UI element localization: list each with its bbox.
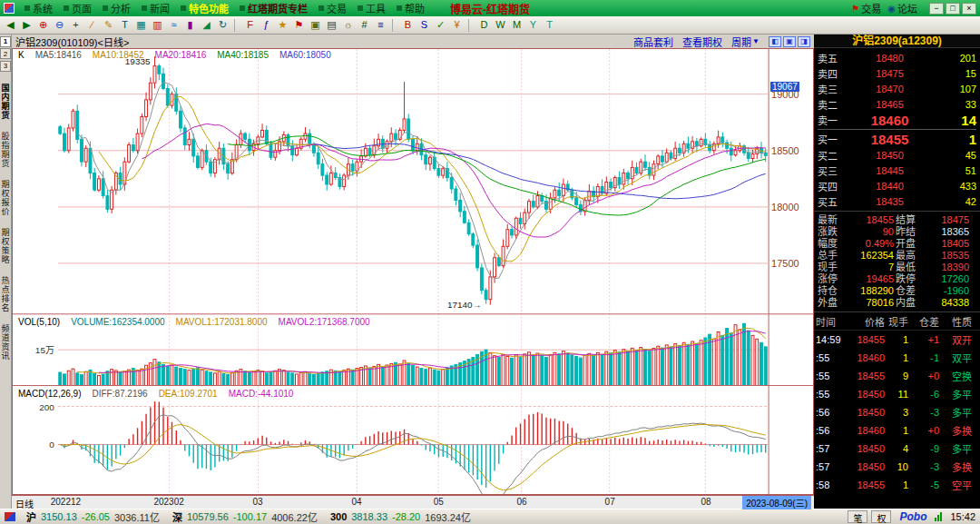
bid-row-3[interactable]: 买三1844551 [818, 163, 976, 178]
ask-row-3[interactable]: 卖三18470107 [818, 81, 976, 96]
chart-element [721, 335, 724, 385]
period-day-icon[interactable]: D [476, 18, 492, 33]
settings-icon[interactable]: ☼ [340, 18, 356, 33]
area-chart-icon[interactable]: ◢ [199, 18, 214, 33]
sidebar-tab-4[interactable]: 期权策略 [0, 228, 12, 264]
menu-item-5[interactable]: 特色功能 [175, 0, 234, 16]
date-badge: 2023-08-09(三) [742, 496, 811, 509]
sidebar-tab-2[interactable]: 股指期货 [0, 132, 12, 168]
index-quote-3[interactable]: 3003818.33-28.201693.24亿 [330, 509, 471, 524]
star-icon[interactable]: ★ [275, 18, 290, 33]
ask-row-1[interactable]: 卖一1846014 [818, 112, 976, 128]
tick-row: :56184601+0多换 [814, 421, 980, 440]
menu-item-3[interactable]: 分析 [97, 0, 136, 16]
tick-table[interactable]: 14:59184551+1双开:55184601-1双平:55184559+0空… [814, 331, 980, 494]
chart-element [502, 354, 505, 385]
page-button-2[interactable]: 2 [0, 48, 11, 59]
sidebar-tab-6[interactable]: 频道资讯 [0, 324, 12, 361]
candle-chart-icon[interactable]: ▥ [150, 18, 165, 33]
zoom-in-icon[interactable]: ⊕ [35, 18, 51, 33]
menu-item-label: 交易 [327, 1, 347, 15]
lock-icon[interactable]: ▣ [308, 18, 323, 33]
period-dropdown[interactable]: 周期 ▼ [731, 35, 760, 49]
order-confirm-icon[interactable]: ✓ [433, 18, 448, 33]
zoom-out-icon[interactable]: ⊖ [52, 18, 67, 33]
sidebar-tab-5[interactable]: 热点排名 [0, 276, 12, 312]
formula-icon[interactable]: ƒ [259, 18, 274, 33]
chart-area: 190001850018000175001933517140→15万2000 K… [12, 48, 814, 495]
bid-row-2[interactable]: 买二1845045 [818, 147, 976, 163]
flag-icon[interactable]: ⚑ [291, 18, 307, 33]
chart-element [532, 355, 534, 386]
y-tool-icon[interactable]: Y [525, 18, 541, 33]
buy-icon[interactable]: B [400, 18, 416, 33]
chart-element [141, 116, 143, 133]
menu-item-1[interactable]: 系统 [19, 0, 58, 16]
chart-element [287, 134, 289, 145]
calculator-icon[interactable]: # [357, 18, 372, 33]
index-quote-1[interactable]: 沪3150.13-26.053036.11亿 [26, 509, 160, 524]
refresh-icon[interactable]: ↻ [215, 18, 230, 33]
status-tab-1[interactable]: 笔 [848, 510, 867, 523]
period-minute-icon[interactable]: M [509, 18, 524, 33]
stat-label: 总手 [818, 250, 845, 262]
menu-right-label: 交易 [861, 1, 881, 15]
t-tool-icon[interactable]: T [542, 18, 557, 33]
x-axis: 日线 202212202302030405060708 2023-08-09(三… [12, 495, 814, 509]
layout-button-3[interactable]: ◨ [798, 36, 810, 47]
close-button[interactable]: × [962, 3, 976, 15]
sell-icon[interactable]: S [416, 18, 432, 33]
tick-time: :58 [816, 480, 847, 490]
trade-button[interactable]: ⚑交易 [851, 1, 881, 15]
bid-row-5[interactable]: 买五1843542 [818, 193, 976, 209]
minimize-button[interactable]: − [929, 3, 944, 15]
grid-icon[interactable]: ▦ [133, 18, 149, 33]
menu-item-4[interactable]: 新闻 [136, 0, 175, 16]
index-quote-2[interactable]: 深10579.56-100.174006.22亿 [172, 509, 318, 524]
bid-row-1[interactable]: 买一184551 [818, 131, 976, 147]
text-tool-icon[interactable]: T [117, 18, 132, 33]
period-week-icon[interactable]: W [493, 18, 508, 33]
price-axis-label: 17500 [771, 258, 799, 269]
price-level-label: 卖一 [818, 113, 845, 127]
line-chart-icon[interactable]: ≈ [166, 18, 181, 33]
forward-icon[interactable]: ▶ [19, 18, 34, 33]
page-button-3[interactable]: 3 [0, 61, 11, 72]
ask-row-4[interactable]: 卖四1847515 [818, 65, 976, 81]
print-icon[interactable]: ▤ [324, 18, 339, 33]
news-icon[interactable]: ≡ [373, 18, 388, 33]
view-options-link[interactable]: 查看期权 [682, 35, 722, 49]
layout-button-1[interactable]: ◧ [769, 36, 781, 47]
menu-item-8[interactable]: 工具 [352, 0, 391, 16]
layout-button-2[interactable]: ▣ [783, 36, 796, 47]
bar-chart-icon[interactable]: ▮ [182, 18, 198, 33]
sidebar-tab-1[interactable]: 国内期货 [0, 84, 12, 120]
maximize-button[interactable]: □ [946, 3, 960, 15]
chart-element [536, 353, 539, 385]
menu-item-6[interactable]: 红塔期货专栏 [234, 0, 313, 16]
crosshair-icon[interactable]: + [68, 18, 83, 33]
sidebar-tab-3[interactable]: 期权报价 [0, 180, 12, 216]
commodity-arbitrage-link[interactable]: 商品套利 [633, 35, 673, 49]
ask-row-5[interactable]: 卖五18480201 [818, 50, 976, 65]
chart-element [528, 202, 531, 213]
status-tab-2[interactable]: 权 [871, 510, 891, 523]
chart-element [356, 162, 358, 171]
menu-item-7[interactable]: 交易 [313, 0, 352, 16]
pencil-icon[interactable]: ✎ [101, 18, 116, 33]
menu-item-2[interactable]: 页面 [58, 0, 97, 16]
tick-time: :57 [816, 443, 847, 454]
ask-row-2[interactable]: 卖二1846533 [818, 96, 976, 112]
back-icon[interactable]: ◀ [3, 18, 18, 33]
page-button-1[interactable]: 1 [0, 36, 11, 47]
bid-row-4[interactable]: 买四18440433 [818, 178, 976, 193]
money-icon[interactable]: ¥ [449, 18, 465, 33]
menu-item-label: 系统 [33, 1, 53, 15]
chart-element [631, 349, 633, 386]
chart-element [412, 139, 415, 150]
forum-button[interactable]: ◉论坛 [887, 1, 917, 15]
fkey-icon[interactable]: F [242, 18, 258, 33]
trendline-icon[interactable]: ∕ [84, 18, 100, 33]
menu-item-9[interactable]: 帮助 [391, 0, 430, 16]
kline-chart-canvas[interactable]: 190001850018000175001933517140→15万2000 [13, 49, 813, 494]
